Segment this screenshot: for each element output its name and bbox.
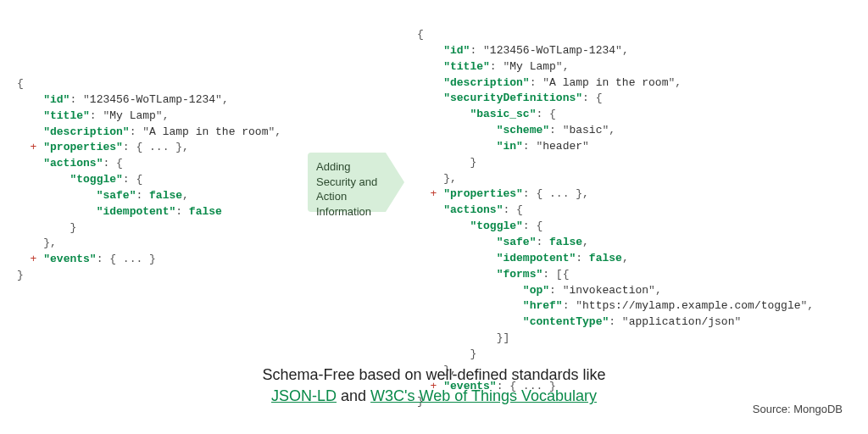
link-json-ld[interactable]: JSON-LD — [271, 387, 337, 404]
left-description: A lamp in the room — [149, 125, 268, 138]
form-op: invokeaction — [569, 284, 648, 297]
sec-scheme: basic — [569, 124, 602, 136]
code-block-before: { "id": "123456-WoTLamp-1234", "title": … — [17, 76, 281, 284]
code-block-after: { "id": "123456-WoTLamp-1234", "title": … — [417, 27, 814, 410]
ellipsis: { ... } — [136, 141, 182, 153]
arrow-label: Adding Security and Action Information — [308, 153, 386, 212]
left-id: 123456-WoTLamp-1234 — [90, 93, 215, 106]
left-title: My Lamp — [109, 109, 156, 122]
link-w3c-wot[interactable]: W3C's Web of Things Vocabulary — [370, 387, 597, 404]
source-attribution: Source: MongoDB — [753, 403, 843, 415]
form-href: https://mylamp.example.com/toggle — [582, 299, 800, 312]
form-ctype: application/json — [629, 315, 735, 328]
left-idempotent: false — [189, 205, 222, 218]
right-idempotent: false — [589, 252, 622, 264]
ellipsis: { ... } — [109, 253, 156, 265]
right-id: 123456-WoTLamp-1234 — [490, 44, 615, 57]
diagram-stage: { "id": "123456-WoTLamp-1234", "title": … — [0, 0, 868, 434]
transition-arrow: Adding Security and Action Information — [308, 153, 409, 212]
left-safe: false — [149, 189, 182, 202]
sec-in: header — [542, 140, 582, 153]
ellipsis: { ... } — [536, 187, 582, 200]
right-description: A lamp in the room — [549, 76, 668, 89]
caption-join: and — [337, 387, 370, 404]
right-safe: false — [549, 236, 582, 248]
arrow-head-icon — [386, 153, 404, 212]
caption-text: Schema-Free based on well-defined standa… — [262, 366, 605, 383]
caption: Schema-Free based on well-defined standa… — [0, 364, 868, 407]
right-title: My Lamp — [509, 60, 556, 73]
